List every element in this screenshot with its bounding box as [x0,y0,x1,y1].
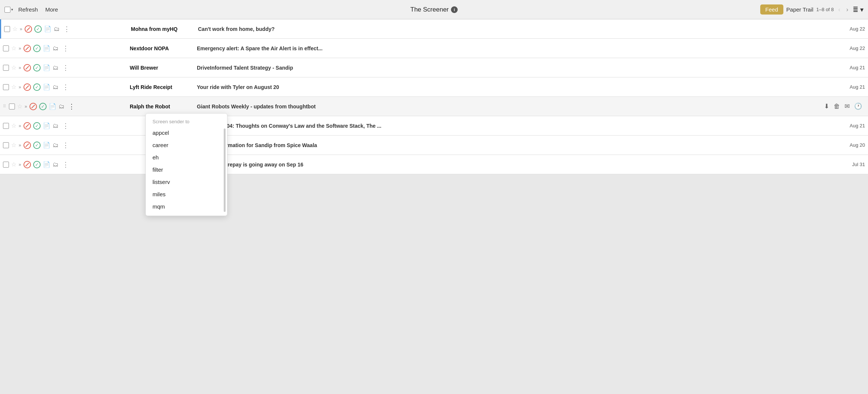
block-icon[interactable] [29,103,37,110]
approve-icon[interactable]: ✓ [39,103,47,110]
table-row[interactable]: ☆ » ✓ 📄 🗂 ⋮ Order Confirmation for Sandi… [0,136,868,155]
doc-icon: 📄 [49,103,56,110]
sender-name: Nextdoor NOPA [130,45,197,51]
star-icon[interactable]: ☆ [11,122,16,129]
table-row[interactable]: ☆ » ✓ 📄 🗂 ⋮ Lyft Ride Receipt Your ride … [0,77,868,97]
email-subject: Can't work from home, buddy? [198,26,845,32]
screener-title: The Screener [411,6,449,13]
folder-icon: 🗂 [53,84,59,90]
folder-icon: 🗂 [53,45,59,52]
expand-icon[interactable]: » [20,26,22,32]
star-icon[interactable]: ☆ [12,25,18,32]
dropdown-item-eh[interactable]: eh [146,151,227,163]
star-icon[interactable]: ☆ [17,103,22,110]
more-options-icon[interactable]: ⋮ [61,63,70,73]
table-row[interactable]: ⠿ ☆ » ✓ 📄 🗂 ⋮ Ralph the Robot Giant Robo… [0,97,868,116]
row-checkbox[interactable] [3,45,9,51]
expand-icon[interactable]: » [19,46,21,51]
view-icon: ≣ ▾ [853,6,864,14]
select-all-checkbox[interactable] [4,7,10,13]
star-icon[interactable]: ☆ [11,142,16,149]
view-toggle-button[interactable]: ≣ ▾ [853,6,864,14]
expand-icon[interactable]: » [25,104,27,109]
approve-icon[interactable]: ✓ [33,45,41,52]
star-icon[interactable]: ☆ [11,45,16,52]
block-icon[interactable] [23,45,31,52]
toolbar-center: The Screener i [411,6,458,13]
mail-action-icon[interactable]: ✉ [845,102,850,110]
more-options-icon[interactable]: ⋮ [61,121,70,131]
dropdown-item-career[interactable]: career [146,139,227,151]
table-row[interactable]: ☆ » ✓ 📄 🗂 ⋮ Will Brewer DriveInformed Ta… [0,58,868,77]
refresh-button[interactable]: Refresh [16,5,40,14]
more-button[interactable]: More [43,5,60,14]
approve-icon[interactable]: ✓ [33,161,41,168]
expand-icon[interactable]: » [19,85,21,90]
more-options-icon[interactable]: ⋮ [61,44,70,53]
expand-icon[interactable]: » [19,65,21,70]
approve-icon[interactable]: ✓ [33,83,41,91]
dropdown-item-listserv[interactable]: listserv [146,176,227,188]
info-icon[interactable]: i [451,6,458,13]
email-subject: DriveInformed Talent Strategy - Sandip [197,65,845,71]
approve-icon[interactable]: ✓ [33,122,41,130]
more-options-icon[interactable]: ⋮ [67,102,76,111]
more-options-icon[interactable]: ⋮ [61,140,70,150]
row-left: ☆ » ✓ 📄 🗂 ⋮ [4,24,131,34]
select-all-chevron[interactable]: ▾ [11,7,13,12]
email-subject: Your ride with Tyler on August 20 [197,84,845,90]
trash-action-icon[interactable]: 🗑 [834,103,840,110]
dropdown-item-mqm[interactable]: mqm [146,200,227,213]
row-checkbox[interactable] [3,84,9,90]
row-checkbox[interactable] [3,65,9,71]
block-icon[interactable] [23,64,31,72]
sender-name: Mohna from myHQ [131,26,198,32]
next-page-button[interactable]: › [845,6,850,14]
expand-icon[interactable]: » [19,123,21,128]
expand-icon[interactable]: » [19,162,21,167]
block-icon[interactable] [23,122,31,130]
doc-icon: 📄 [43,64,50,71]
sender-name: Will Brewer [130,65,197,71]
expand-icon[interactable]: » [19,143,21,148]
feed-button[interactable]: Feed [760,4,783,15]
star-icon[interactable]: ☆ [11,64,16,71]
row-left: ☆ » ✓ 📄 🗂 ⋮ [3,63,130,73]
approve-icon[interactable]: ✓ [33,142,41,149]
folder-icon: 🗂 [59,103,65,110]
email-list: ☆ » ✓ 📄 🗂 ⋮ Mohna from myHQ Can't work f… [0,19,868,174]
dropdown-header: Screen sender to [146,117,227,127]
star-icon[interactable]: ☆ [11,83,16,90]
block-icon[interactable] [23,83,31,91]
row-checkbox[interactable] [4,26,10,32]
block-icon[interactable] [23,142,31,149]
approve-icon[interactable]: ✓ [33,64,41,72]
row-checkbox[interactable] [3,142,9,148]
block-icon[interactable] [25,25,32,33]
more-options-icon[interactable]: ⋮ [61,82,70,92]
table-row[interactable]: ☆ » ✓ 📄 🗂 ⋮ Mohna from myHQ Can't work f… [0,19,868,39]
email-date: Jul 31 [845,162,865,167]
dropdown-item-filter[interactable]: filter [146,163,227,176]
archive-action-icon[interactable]: ⬇ [824,102,829,110]
star-icon[interactable]: ☆ [11,161,16,168]
more-options-icon[interactable]: ⋮ [61,160,70,169]
prev-page-button[interactable]: ‹ [837,6,842,14]
table-row[interactable]: ☆ » ✓ 📄 🗂 ⋮ Nextdoor NOPA Emergency aler… [0,39,868,58]
approve-icon[interactable]: ✓ [34,25,42,33]
more-options-icon[interactable]: ⋮ [62,24,72,34]
table-row[interactable]: ☆ » ✓ 📄 🗂 ⋮ ☉SWLW #404: Thoughts on Conw… [0,116,868,136]
sender-name: Lyft Ride Receipt [130,84,197,90]
dropdown-item-appcel[interactable]: appcel [146,127,227,139]
row-checkbox[interactable] [9,104,15,109]
clock-action-icon[interactable]: 🕐 [854,102,862,110]
table-row[interactable]: ☆ » ✓ 📄 🗂 ⋮ Fwd: Group repay is going aw… [0,155,868,174]
doc-icon: 📄 [43,83,50,90]
paper-trail-button[interactable]: Paper Trail [786,6,814,13]
row-checkbox[interactable] [3,162,9,168]
dropdown-item-miles[interactable]: miles [146,188,227,200]
row-checkbox[interactable] [3,123,9,129]
block-icon[interactable] [23,161,31,168]
select-all-button[interactable]: ▾ [4,7,13,13]
dropdown-scrollbar[interactable] [224,128,226,212]
